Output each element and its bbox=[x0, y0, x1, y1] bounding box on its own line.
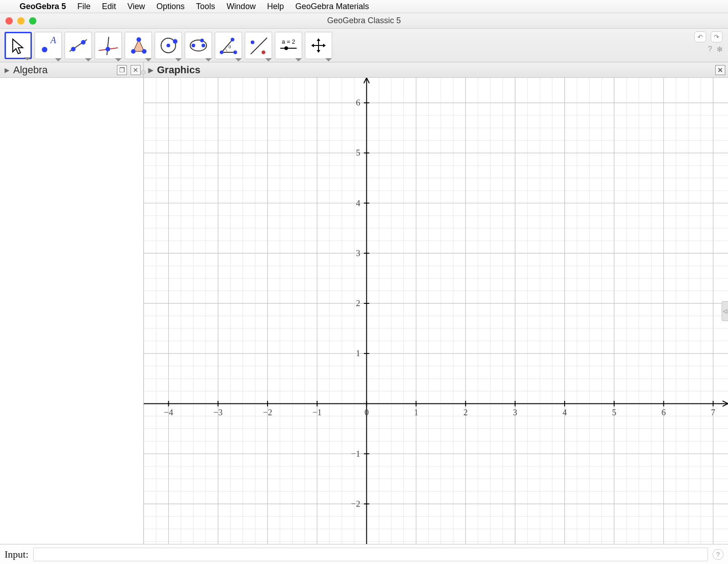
svg-text:−2: −2 bbox=[263, 408, 272, 417]
menubar-options[interactable]: Options bbox=[157, 2, 185, 11]
tool-point[interactable]: A bbox=[35, 32, 62, 59]
svg-point-9 bbox=[131, 49, 136, 54]
svg-text:7: 7 bbox=[711, 408, 716, 417]
svg-point-16 bbox=[192, 44, 195, 47]
chevron-down-icon bbox=[55, 58, 61, 61]
splitter-handle[interactable] bbox=[141, 70, 146, 75]
svg-point-7 bbox=[106, 47, 110, 51]
svg-text:1: 1 bbox=[356, 348, 360, 358]
minimize-window-button[interactable] bbox=[17, 17, 25, 25]
svg-text:A: A bbox=[50, 35, 56, 45]
tool-move-view[interactable] bbox=[305, 32, 332, 59]
menubar-materials[interactable]: GeoGebra Materials bbox=[295, 2, 369, 11]
svg-text:2: 2 bbox=[464, 408, 468, 417]
tool-polygon[interactable] bbox=[125, 32, 152, 59]
svg-point-27 bbox=[284, 46, 288, 50]
svg-text:6: 6 bbox=[662, 408, 666, 417]
graphics-header[interactable]: ▶ Graphics ✕ bbox=[144, 62, 728, 78]
svg-text:3: 3 bbox=[356, 248, 360, 258]
menubar-tools[interactable]: Tools bbox=[196, 2, 215, 11]
tool-angle[interactable]: α bbox=[215, 32, 242, 59]
svg-text:4: 4 bbox=[356, 198, 360, 208]
svg-text:5: 5 bbox=[356, 148, 360, 157]
svg-point-24 bbox=[251, 40, 254, 44]
svg-point-3 bbox=[71, 47, 76, 51]
triangle-right-icon: ▶ bbox=[5, 66, 10, 74]
svg-text:−4: −4 bbox=[164, 408, 173, 417]
menubar-view[interactable]: View bbox=[127, 2, 145, 11]
svg-text:0: 0 bbox=[364, 408, 369, 417]
svg-text:−1: −1 bbox=[351, 449, 360, 458]
menubar-app-name[interactable]: GeoGebra 5 bbox=[20, 2, 66, 11]
chevron-down-icon bbox=[85, 58, 91, 61]
algebra-header[interactable]: ▶ Algebra ❐ ✕ bbox=[0, 62, 143, 78]
input-label: Input: bbox=[5, 549, 29, 560]
graphics-view[interactable]: −4−3−2−101234567−2−1123456 ◁ bbox=[144, 78, 728, 544]
redo-button[interactable]: ↷ bbox=[711, 31, 723, 42]
svg-point-14 bbox=[173, 39, 177, 44]
svg-text:α: α bbox=[228, 44, 231, 49]
chevron-down-icon bbox=[265, 58, 272, 61]
svg-text:4: 4 bbox=[562, 408, 567, 417]
menubar-edit[interactable]: Edit bbox=[102, 2, 116, 11]
tool-line[interactable] bbox=[65, 32, 92, 59]
window-title: GeoGebra Classic 5 bbox=[0, 16, 728, 25]
window-controls bbox=[5, 17, 36, 25]
tool-reflect[interactable] bbox=[245, 32, 272, 59]
window-titlebar: GeoGebra Classic 5 bbox=[0, 13, 728, 29]
svg-text:3: 3 bbox=[513, 408, 517, 417]
algebra-title: Algebra bbox=[13, 64, 48, 76]
input-field[interactable] bbox=[33, 548, 708, 561]
undo-button[interactable]: ↶ bbox=[694, 31, 706, 42]
svg-point-4 bbox=[81, 40, 86, 45]
macos-menubar: GeoGebra 5 File Edit View Options Tools … bbox=[0, 0, 728, 13]
tool-move[interactable] bbox=[5, 32, 32, 59]
help-icon[interactable]: ? bbox=[708, 45, 712, 54]
chevron-down-icon bbox=[115, 58, 121, 61]
graphics-close-icon[interactable]: ✕ bbox=[715, 65, 725, 75]
svg-point-0 bbox=[42, 47, 47, 52]
menubar-window[interactable]: Window bbox=[227, 2, 256, 11]
svg-text:5: 5 bbox=[612, 408, 617, 417]
svg-point-10 bbox=[142, 49, 147, 54]
zoom-window-button[interactable] bbox=[29, 17, 36, 25]
input-bar: Input: ? bbox=[0, 544, 728, 564]
algebra-panel: ▶ Algebra ❐ ✕ bbox=[0, 62, 144, 544]
chevron-down-icon bbox=[205, 58, 212, 61]
algebra-content[interactable] bbox=[0, 78, 143, 544]
tool-slider[interactable]: a = 2 bbox=[275, 32, 302, 59]
svg-point-18 bbox=[200, 39, 204, 42]
svg-point-17 bbox=[202, 44, 205, 47]
toolbar: A α a = 2 ↶ bbox=[0, 29, 728, 62]
input-help-icon[interactable]: ? bbox=[713, 549, 723, 560]
svg-point-25 bbox=[262, 50, 265, 54]
slider-text: a = 2 bbox=[279, 38, 298, 45]
close-window-button[interactable] bbox=[5, 17, 13, 25]
svg-text:2: 2 bbox=[356, 298, 360, 308]
svg-line-6 bbox=[107, 37, 109, 55]
chevron-down-icon bbox=[24, 57, 30, 60]
tool-ellipse[interactable] bbox=[185, 32, 212, 59]
tool-circle[interactable] bbox=[155, 32, 182, 59]
tool-perpendicular[interactable] bbox=[95, 32, 122, 59]
algebra-undock-icon[interactable]: ❐ bbox=[117, 65, 127, 75]
chevron-down-icon bbox=[145, 58, 152, 61]
svg-point-13 bbox=[167, 44, 170, 47]
svg-point-22 bbox=[231, 38, 234, 41]
menubar-file[interactable]: File bbox=[77, 2, 91, 11]
svg-point-21 bbox=[233, 50, 237, 54]
expand-right-panel-icon[interactable]: ◁ bbox=[722, 301, 728, 321]
algebra-close-icon[interactable]: ✕ bbox=[131, 65, 141, 75]
menubar-help[interactable]: Help bbox=[267, 2, 284, 11]
graphics-panel: ▶ Graphics ✕ −4−3−2−101234567−2−1123456 … bbox=[144, 62, 728, 544]
graphics-title: Graphics bbox=[157, 64, 200, 76]
svg-text:−1: −1 bbox=[313, 408, 322, 417]
preferences-icon[interactable]: ✻ bbox=[717, 45, 723, 54]
chevron-down-icon bbox=[175, 58, 182, 61]
svg-text:6: 6 bbox=[356, 98, 360, 107]
svg-text:−3: −3 bbox=[213, 408, 222, 417]
svg-point-11 bbox=[136, 37, 141, 42]
panels: ▶ Algebra ❐ ✕ ▶ Graphics ✕ −4−3−2−101234… bbox=[0, 62, 728, 544]
chevron-down-icon bbox=[325, 58, 332, 61]
chevron-down-icon bbox=[235, 58, 242, 61]
